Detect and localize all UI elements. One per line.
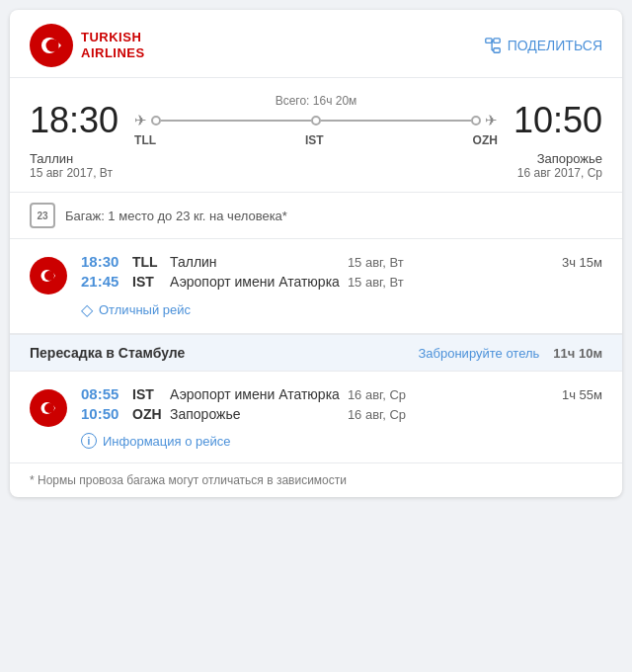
airline-logo-seg1	[30, 257, 67, 294]
departure-time: 18:30	[30, 100, 118, 141]
baggage-icon: 23	[30, 203, 55, 228]
seg2-arrive-date: 16 авг, Ср	[348, 407, 406, 422]
route-middle: Всего: 16ч 20м ✈ ✈ TLL IST OZH	[118, 94, 514, 147]
flight-segment-1: 18:30 TLL Таллин 15 авг, Вт 21:45 IST Аэ…	[10, 239, 622, 334]
share-button[interactable]: ПОДЕЛИТЬСЯ	[484, 37, 602, 54]
book-hotel-link[interactable]: Забронируйте отель	[418, 346, 539, 361]
route-airports-row: TLL IST OZH	[134, 133, 498, 147]
baggage-bar: 23 Багаж: 1 место до 23 кг. на человека*	[10, 193, 622, 239]
arrival-time: 10:50	[514, 100, 602, 141]
seg1-depart-row: 18:30 TLL Таллин 15 авг, Вт	[81, 253, 404, 270]
info-link-label: Информация о рейсе	[103, 434, 231, 449]
excellent-badge: ◇ Отличный рейс	[81, 300, 602, 319]
airline-logo-svg	[37, 31, 66, 60]
layover-bar: Пересадка в Стамбуле Забронируйте отель …	[10, 334, 622, 372]
svg-point-17	[44, 403, 54, 413]
footer-note: * Нормы провоза багажа могут отличаться …	[10, 463, 622, 497]
seg2-depart-time: 08:55	[81, 385, 124, 402]
seg2-arrive-time: 10:50	[81, 405, 124, 422]
airport-tll: TLL	[134, 133, 156, 147]
seg1-arrive-row: 21:45 IST Аэропорт имени Ататюрка 15 авг…	[81, 273, 404, 290]
ta-logo-seg2	[37, 396, 60, 420]
total-duration-label: Всего: 16ч 20м	[276, 94, 357, 108]
flight-segment-2: 08:55 IST Аэропорт имени Ататюрка 16 авг…	[10, 372, 622, 463]
seg1-depart-code: TLL	[132, 254, 162, 270]
airport-ist: IST	[305, 133, 324, 147]
departure-date: 15 авг 2017, Вт	[30, 166, 113, 180]
seg2-depart-code: IST	[132, 386, 162, 402]
route-dot-end	[471, 116, 481, 126]
arrival-info: 10:50	[514, 100, 602, 141]
layover-duration: 11ч 10м	[553, 346, 602, 361]
segment-1-details: 18:30 TLL Таллин 15 авг, Вт 21:45 IST Аэ…	[81, 253, 602, 319]
departure-info: 18:30	[30, 100, 118, 141]
svg-rect-6	[494, 39, 500, 43]
seg2-depart-row: 08:55 IST Аэропорт имени Ататюрка 16 авг…	[81, 385, 406, 402]
arrival-date: 16 авг 2017, Ср	[517, 166, 602, 180]
seg1-arrive-code: IST	[132, 274, 162, 290]
seg2-flight-info: 08:55 IST Аэропорт имени Ататюрка 16 авг…	[81, 385, 602, 425]
arrival-city-block: Запорожье 16 авг 2017, Ср	[517, 151, 602, 180]
airline-logo-seg2	[30, 389, 67, 427]
seg2-flights: 08:55 IST Аэропорт имени Ататюрка 16 авг…	[81, 385, 406, 425]
seg2-depart-date: 16 авг, Ср	[348, 387, 406, 402]
card-header: TURKISH AIRLINES ПОДЕЛИТЬСЯ	[10, 10, 622, 78]
diamond-icon: ◇	[81, 300, 93, 319]
airline-logo-area: TURKISH AIRLINES	[30, 24, 145, 67]
segment-1-row: 18:30 TLL Таллин 15 авг, Вт 21:45 IST Аэ…	[30, 253, 602, 319]
seg1-flight-info: 18:30 TLL Таллин 15 авг, Вт 21:45 IST Аэ…	[81, 253, 602, 293]
seg2-arrive-city: Запорожье	[170, 406, 240, 422]
seg2-duration-block: 1ч 55м	[552, 385, 602, 425]
seg2-depart-city: Аэропорт имени Ататюрка	[170, 386, 340, 402]
svg-rect-5	[485, 39, 491, 43]
seg2-arrive-code: OZH	[132, 406, 162, 422]
route-times-row: 18:30 Всего: 16ч 20м ✈ ✈ TLL IST	[30, 94, 602, 147]
seg1-duration-block: 3ч 15м	[552, 253, 602, 293]
layover-right: Забронируйте отель 11ч 10м	[418, 346, 602, 361]
info-icon: i	[81, 433, 97, 449]
segment-2-row: 08:55 IST Аэропорт имени Ататюрка 16 авг…	[30, 385, 602, 449]
seg1-arrive-date: 15 авг, Вт	[348, 275, 404, 290]
departure-city: Таллин	[30, 151, 113, 166]
seg1-arrive-time: 21:45	[81, 273, 124, 290]
seg2-arrive-row: 10:50 OZH Запорожье 16 авг, Ср	[81, 405, 406, 422]
route-summary: 18:30 Всего: 16ч 20м ✈ ✈ TLL IST	[10, 78, 622, 193]
svg-point-2	[46, 40, 59, 52]
layover-text: Пересадка в Стамбуле	[30, 345, 185, 361]
route-dot-start	[151, 116, 161, 126]
arrival-city: Запорожье	[517, 151, 602, 166]
plane-arrive-icon: ✈	[485, 112, 498, 129]
segment-2-details: 08:55 IST Аэропорт имени Ататюрка 16 авг…	[81, 385, 602, 449]
airline-logo-circle	[30, 24, 73, 67]
baggage-text: Багаж: 1 место до 23 кг. на человека*	[65, 209, 287, 223]
seg1-arrive-city: Аэропорт имени Ататюрка	[170, 274, 340, 290]
airline-name: TURKISH AIRLINES	[81, 30, 145, 60]
excellent-label: Отличный рейс	[99, 302, 191, 317]
flight-card: TURKISH AIRLINES ПОДЕЛИТЬСЯ 18:30 Всего:…	[10, 10, 622, 497]
seg1-flights: 18:30 TLL Таллин 15 авг, Вт 21:45 IST Аэ…	[81, 253, 404, 293]
departure-city-block: Таллин 15 авг 2017, Вт	[30, 151, 113, 180]
seg1-duration: 3ч 15м	[562, 255, 602, 270]
route-line-1	[161, 120, 311, 122]
svg-rect-7	[494, 48, 500, 53]
plane-depart-icon: ✈	[134, 112, 147, 129]
ta-logo-seg1	[37, 264, 60, 288]
airport-ozh: OZH	[473, 133, 498, 147]
seg1-depart-time: 18:30	[81, 253, 124, 270]
seg1-depart-city: Таллин	[170, 254, 217, 270]
route-line-2	[321, 120, 471, 122]
seg1-depart-date: 15 авг, Вт	[348, 255, 404, 270]
route-dot-mid	[311, 116, 321, 126]
share-icon	[484, 37, 502, 54]
svg-point-13	[44, 271, 54, 281]
info-link[interactable]: i Информация о рейсе	[81, 433, 602, 449]
seg2-duration: 1ч 55м	[562, 387, 602, 402]
route-cities-row: Таллин 15 авг 2017, Вт Запорожье 16 авг …	[30, 151, 602, 180]
